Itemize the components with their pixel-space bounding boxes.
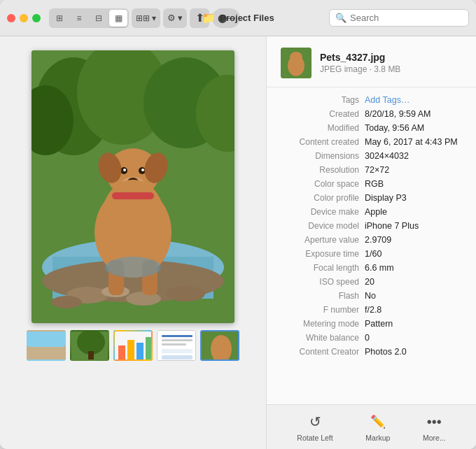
- gear-chevron: ▾: [178, 13, 183, 23]
- gear-icon: ⚙: [167, 13, 176, 23]
- meta-label: Created: [281, 109, 365, 119]
- finder-window: ⊞ ≡ ⊟ ▦ ⊞⊞ ▾ ⚙ ▾ ⬆ ⬤— 📁 Project Files: [0, 0, 476, 449]
- svg-point-28: [105, 257, 161, 278]
- minimize-button[interactable]: [20, 14, 28, 22]
- svg-point-47: [214, 336, 228, 350]
- rotate-left-icon: ↺: [305, 412, 325, 432]
- svg-rect-43: [162, 349, 192, 353]
- meta-label: Color profile: [281, 193, 365, 203]
- svg-rect-40: [162, 335, 192, 337]
- thumbnail-dog[interactable]: [200, 330, 239, 361]
- meta-value: Display P3: [365, 193, 407, 203]
- svg-rect-41: [162, 339, 192, 341]
- left-panel: [0, 36, 266, 449]
- meta-value: Photos 2.0: [365, 347, 407, 357]
- meta-label: F number: [281, 305, 365, 315]
- icon-view-button[interactable]: ⊞: [50, 10, 69, 27]
- gallery-view-button[interactable]: ▦: [109, 10, 127, 27]
- meta-label: ISO speed: [281, 277, 365, 287]
- metadata-row: Focal length6.6 mm: [281, 261, 462, 275]
- meta-label: Device model: [281, 221, 365, 231]
- thumbnail-strip: [27, 330, 239, 361]
- metadata-row: Resolution72×72: [281, 163, 462, 177]
- svg-point-20: [123, 169, 126, 171]
- meta-label: Dimensions: [281, 151, 365, 161]
- search-input[interactable]: [350, 13, 463, 23]
- meta-value: Apple: [365, 207, 387, 217]
- svg-rect-44: [162, 355, 192, 359]
- meta-label: Aperture value: [281, 235, 365, 245]
- meta-value: 0: [365, 333, 370, 343]
- meta-value: 2.9709: [365, 235, 391, 245]
- window-title: Project Files: [220, 13, 274, 23]
- metadata-row: Metering modePattern: [281, 317, 462, 331]
- view-buttons: ⊞ ≡ ⊟ ▦: [49, 8, 129, 28]
- maximize-button[interactable]: [32, 14, 41, 22]
- thumbnail-chart[interactable]: [113, 330, 153, 361]
- metadata-row: Color spaceRGB: [281, 177, 462, 191]
- thumbnail-ocean[interactable]: [27, 330, 66, 361]
- meta-value: 6.6 mm: [365, 263, 394, 273]
- svg-point-13: [51, 296, 82, 308]
- metadata-row: FlashNo: [281, 289, 462, 303]
- window-controls: [7, 14, 41, 22]
- title-bar: ⊞ ≡ ⊟ ▦ ⊞⊞ ▾ ⚙ ▾ ⬆ ⬤— 📁 Project Files: [0, 0, 476, 36]
- meta-value: Pattern: [365, 319, 393, 329]
- more-button[interactable]: ••• More...: [423, 412, 446, 442]
- group-icon: ⊞⊞: [136, 13, 150, 23]
- meta-value: No: [365, 291, 376, 301]
- meta-value: RGB: [365, 179, 384, 189]
- meta-value: 1/60: [365, 249, 382, 259]
- meta-value: 72×72: [365, 165, 389, 175]
- meta-value: 3024×4032: [365, 151, 409, 161]
- svg-rect-42: [162, 343, 186, 345]
- meta-value[interactable]: Add Tags…: [365, 95, 410, 105]
- svg-point-10: [126, 292, 161, 306]
- file-header: Pets_4327.jpg JPEG image · 3.8 MB: [267, 36, 476, 87]
- metadata-row: F numberf/2.8: [281, 303, 462, 317]
- metadata-row: TagsAdd Tags…: [281, 93, 462, 107]
- column-view-button[interactable]: ⊟: [90, 10, 108, 27]
- thumbnail-tree[interactable]: [70, 330, 109, 361]
- metadata-row: ModifiedToday, 9:56 AM: [281, 121, 462, 135]
- meta-label: Tags: [281, 95, 365, 105]
- meta-label: White balance: [281, 333, 365, 343]
- metadata-row: Device makeApple: [281, 205, 462, 219]
- thumbnail-doc[interactable]: [157, 330, 196, 361]
- meta-label: Modified: [281, 123, 365, 133]
- close-button[interactable]: [7, 14, 15, 22]
- svg-rect-37: [136, 343, 144, 359]
- meta-value: f/2.8: [365, 305, 382, 315]
- markup-button[interactable]: ✏️ Markup: [365, 412, 390, 442]
- markup-icon: ✏️: [368, 412, 388, 432]
- meta-value: iPhone 7 Plus: [365, 221, 419, 231]
- metadata-row: Exposure time1/60: [281, 247, 462, 261]
- svg-rect-30: [28, 347, 66, 361]
- more-icon: •••: [424, 412, 444, 432]
- actions-button[interactable]: ⚙ ▾: [163, 8, 187, 28]
- svg-point-24: [102, 180, 164, 257]
- rotate-left-button[interactable]: ↺ Rotate Left: [297, 412, 332, 442]
- search-container: 🔍: [329, 9, 469, 27]
- svg-rect-38: [146, 337, 153, 359]
- file-info: Pets_4327.jpg JPEG image · 3.8 MB: [320, 52, 400, 74]
- meta-value: 20: [365, 277, 374, 287]
- svg-rect-29: [28, 332, 66, 347]
- file-name: Pets_4327.jpg: [320, 52, 400, 63]
- metadata-row: Dimensions3024×4032: [281, 149, 462, 163]
- search-icon: 🔍: [335, 13, 346, 23]
- meta-label: Focal length: [281, 263, 365, 273]
- folder-icon: 📁: [202, 11, 216, 24]
- list-view-button[interactable]: ≡: [70, 10, 88, 27]
- svg-rect-35: [118, 345, 125, 359]
- toolbar: ⊞ ≡ ⊟ ▦ ⊞⊞ ▾ ⚙ ▾ ⬆ ⬤—: [49, 8, 325, 28]
- svg-rect-33: [88, 351, 94, 361]
- metadata-row: White balance0: [281, 331, 462, 345]
- markup-label: Markup: [365, 434, 390, 442]
- file-type: JPEG image · 3.8 MB: [320, 64, 400, 74]
- group-button[interactable]: ⊞⊞ ▾: [132, 8, 160, 28]
- svg-rect-36: [127, 340, 134, 359]
- meta-label: Device make: [281, 207, 365, 217]
- meta-label: Exposure time: [281, 249, 365, 259]
- file-thumbnail: [281, 48, 312, 78]
